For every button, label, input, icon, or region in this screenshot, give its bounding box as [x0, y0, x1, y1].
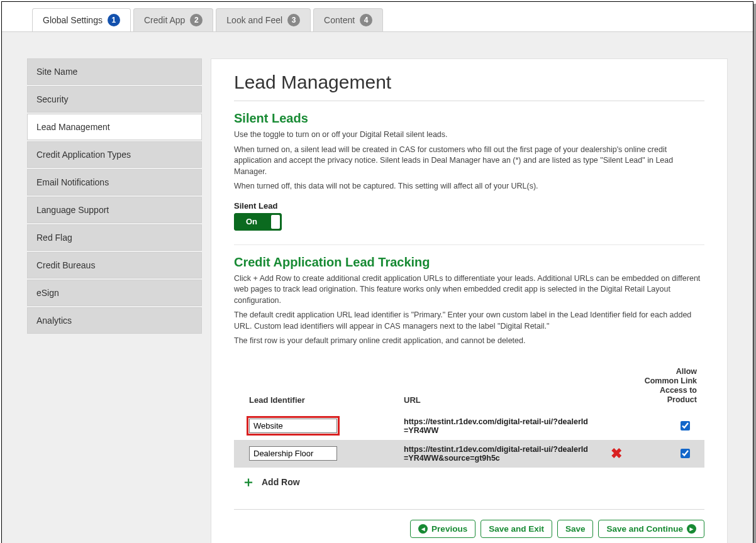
tab-step-badge: 1 [108, 14, 120, 26]
previous-button[interactable]: ◄ Previous [410, 520, 475, 538]
col-lead-identifier: Lead Identifier [242, 395, 399, 405]
plus-icon: ＋ [242, 475, 255, 489]
top-tabs: Global Settings1Credit App2Look and Feel… [2, 2, 753, 31]
silent-p1: Use the toggle to turn on or off your Di… [234, 129, 704, 141]
sidebar-item-esign[interactable]: eSign [27, 280, 202, 306]
tab-step-badge: 2 [190, 14, 203, 26]
silent-lead-toggle-group: Silent Lead On [234, 201, 704, 231]
silent-leads-heading: Silent Leads [234, 111, 704, 126]
page-title: Lead Management [234, 72, 704, 93]
tab-label: Credit App [144, 15, 185, 25]
arrow-left-icon: ◄ [418, 524, 428, 534]
tracking-p2: The default credit application URL lead … [234, 310, 704, 332]
lead-table-header: Lead Identifier URL Allow Common Link Ac… [234, 362, 704, 412]
save-exit-label: Save and Exit [489, 524, 544, 534]
silent-lead-toggle[interactable]: On [234, 213, 282, 231]
sidebar-item-language-support[interactable]: Language Support [27, 197, 202, 223]
arrow-right-icon: ► [687, 524, 696, 534]
sidebar-item-red-flag[interactable]: Red Flag [27, 224, 202, 251]
tab-content[interactable]: Content4 [313, 8, 383, 31]
save-continue-label: Save and Continue [606, 524, 683, 534]
tracking-heading: Credit Application Lead Tracking [234, 255, 704, 270]
sidebar-item-email-notifications[interactable]: Email Notifications [27, 169, 202, 195]
save-label: Save [565, 524, 586, 534]
silent-lead-toggle-label: Silent Lead [234, 201, 704, 211]
delete-row-icon[interactable]: ✖ [598, 446, 635, 462]
tracking-p1: Click + Add Row to create additional cre… [234, 273, 704, 307]
allow-common-link-checkbox[interactable] [681, 421, 690, 431]
tab-global-settings[interactable]: Global Settings1 [32, 8, 131, 31]
save-and-exit-button[interactable]: Save and Exit [481, 520, 552, 538]
sidebar-item-credit-bureaus[interactable]: Credit Bureaus [27, 252, 202, 278]
allow-common-link-checkbox[interactable] [681, 449, 690, 458]
add-row-button[interactable]: ＋ Add Row [234, 468, 704, 491]
save-and-continue-button[interactable]: Save and Continue ► [598, 520, 704, 538]
sidebar-item-credit-application-types[interactable]: Credit Application Types [27, 141, 202, 168]
sidebar-item-analytics[interactable]: Analytics [27, 307, 202, 334]
lead-identifier-input[interactable] [249, 446, 337, 461]
body-area: Site NameSecurityLead ManagementCredit A… [2, 31, 753, 543]
main-panel: Lead Management Silent Leads Use the tog… [211, 58, 728, 543]
add-row-label: Add Row [262, 477, 300, 487]
tab-look-and-feel[interactable]: Look and Feel3 [216, 8, 311, 31]
sidebar-item-site-name[interactable]: Site Name [27, 58, 202, 85]
previous-label: Previous [431, 524, 467, 534]
tracking-p3: The first row is your default primary on… [234, 336, 704, 347]
divider [234, 101, 704, 101]
col-allow: Allow Common Link Access to Product [640, 367, 697, 405]
table-row: https://testint.r1dev.com/digital-retail… [234, 440, 704, 468]
save-button[interactable]: Save [557, 520, 594, 538]
divider [234, 244, 704, 245]
lead-identifier-input[interactable] [249, 419, 337, 433]
lead-table: Lead Identifier URL Allow Common Link Ac… [234, 362, 704, 491]
tab-credit-app[interactable]: Credit App2 [133, 8, 213, 31]
toggle-knob [271, 215, 280, 229]
tab-label: Global Settings [43, 15, 103, 25]
url-cell: https://testint.r1dev.com/digital-retail… [404, 445, 592, 463]
toggle-text: On [246, 217, 257, 226]
silent-p2: When turned on, a silent lead will be cr… [234, 145, 704, 178]
sidebar: Site NameSecurityLead ManagementCredit A… [27, 58, 202, 543]
url-cell: https://testint.r1dev.com/digital-retail… [404, 417, 592, 435]
silent-p3: When turned off, this data will not be c… [234, 181, 704, 192]
table-row: https://testint.r1dev.com/digital-retail… [234, 412, 704, 440]
tab-step-badge: 3 [287, 14, 300, 26]
sidebar-item-lead-management[interactable]: Lead Management [27, 114, 202, 140]
tab-step-badge: 4 [360, 14, 372, 26]
footer-buttons: ◄ Previous Save and Exit Save Save and C… [234, 509, 704, 538]
tab-label: Content [324, 15, 355, 25]
col-url: URL [404, 395, 592, 405]
sidebar-item-security[interactable]: Security [27, 86, 202, 112]
tab-label: Look and Feel [226, 15, 282, 25]
app-window: Global Settings1Credit App2Look and Feel… [1, 1, 753, 543]
